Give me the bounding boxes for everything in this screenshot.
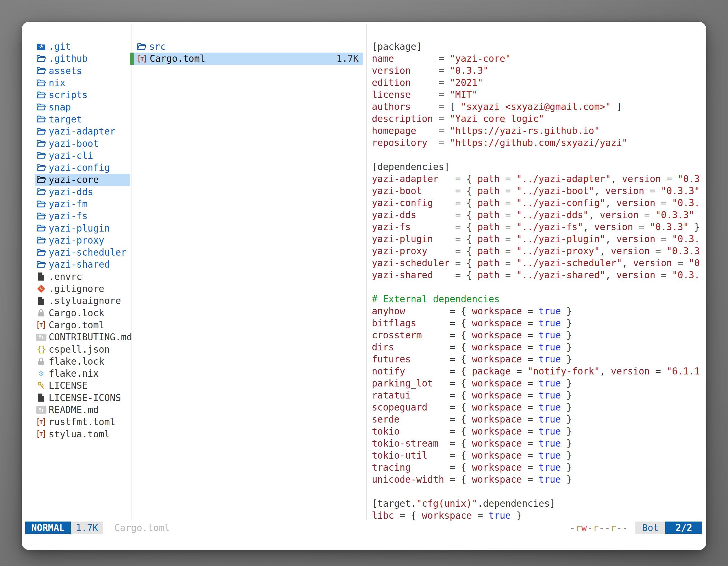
folder-open-icon xyxy=(36,211,46,222)
file-name: cspell.json xyxy=(49,344,110,355)
sidebar-item-yazi-shared[interactable]: yazi-shared xyxy=(35,259,130,271)
file-name: .git xyxy=(49,41,71,52)
file-name: LICENSE xyxy=(49,380,88,391)
toml-code-line: tokio-stream = { workspace = true } xyxy=(372,437,705,449)
sidebar-item-yazi-plugin[interactable]: yazi-plugin xyxy=(35,222,130,234)
sidebar-item-github[interactable]: .github xyxy=(35,53,130,65)
file-name: yazi-config xyxy=(49,162,110,173)
yazi-window: .git.githubassetsnixscriptssnaptargetyaz… xyxy=(22,22,706,550)
file-name: assets xyxy=(49,65,82,76)
file-name: Cargo.toml xyxy=(49,319,104,330)
file-row-src[interactable]: src xyxy=(130,41,363,53)
toml-code-line: anyhow = { workspace = true } xyxy=(372,305,705,317)
sidebar-item-flake-lock[interactable]: flake.lock xyxy=(35,355,130,367)
status-right: -rw-r--r-- Bot 2/2 xyxy=(570,522,702,534)
file-name: README.md xyxy=(49,404,99,415)
folder-open-icon xyxy=(36,78,46,89)
git-folder-icon xyxy=(36,41,46,52)
file-name: .github xyxy=(49,53,88,64)
sidebar-item-rustfmt-toml[interactable]: rustfmt.toml xyxy=(35,416,130,428)
pane-separator-right xyxy=(366,24,367,520)
status-bar: NORMAL 1.7K Cargo.toml -rw-r--r-- Bot 2/… xyxy=(25,522,702,534)
folder-open-icon xyxy=(36,162,46,173)
mode-badge: NORMAL xyxy=(25,522,71,534)
sidebar-item-yazi-adapter[interactable]: yazi-adapter xyxy=(35,125,130,137)
file-row-cargo-toml[interactable]: Cargo.toml1.7K xyxy=(130,53,363,65)
sidebar-item-yazi-boot[interactable]: yazi-boot xyxy=(35,137,130,149)
file-name: LICENSE-ICONS xyxy=(49,392,121,403)
sidebar-item-contributing-md[interactable]: M↓CONTRIBUTING.md xyxy=(35,331,130,343)
scroll-position-badge: Bot xyxy=(635,522,666,534)
key-icon xyxy=(36,380,46,391)
toml-code-line: parking_lot = { workspace = true } xyxy=(372,377,705,389)
snowflake-icon: ❄ xyxy=(36,368,46,379)
sidebar-item-envrc[interactable]: .envrc xyxy=(35,271,130,283)
toml-code-line: edition = "2021" xyxy=(372,77,705,89)
sidebar-item-nix[interactable]: nix xyxy=(35,77,130,89)
folder-open-icon xyxy=(36,259,46,270)
toml-code-line: repository = "https://github.com/sxyazi/… xyxy=(372,137,705,149)
toml-code-line: [target."cfg(unix)".dependencies] xyxy=(372,497,705,509)
sidebar-item-yazi-config[interactable]: yazi-config xyxy=(35,162,130,174)
sidebar-item-flake-nix[interactable]: ❄flake.nix xyxy=(35,367,130,379)
sidebar-item-gitignore[interactable]: .gitignore xyxy=(35,283,130,295)
toml-code-line: yazi-adapter = { path = "../yazi-adapter… xyxy=(372,173,705,185)
toml-code-line: version = "0.3.3" xyxy=(372,65,705,77)
file-name: yazi-cli xyxy=(49,150,93,161)
sidebar-item-snap[interactable]: snap xyxy=(35,101,130,113)
file-name: yazi-plugin xyxy=(49,223,110,234)
sidebar-item-yazi-cli[interactable]: yazi-cli xyxy=(35,150,130,162)
toml-icon xyxy=(36,428,46,440)
toml-code-line: scopeguard = { workspace = true } xyxy=(372,401,705,413)
file-name: CONTRIBUTING.md xyxy=(49,332,132,342)
sidebar-item-yazi-scheduler[interactable]: yazi-scheduler xyxy=(35,247,130,259)
sidebar-item-license-icons[interactable]: LICENSE-ICONS xyxy=(35,392,130,404)
file-name: yazi-scheduler xyxy=(49,247,126,258)
toml-code-line: homepage = "https://yazi-rs.github.io" xyxy=(372,125,705,137)
sidebar-item-cargo-toml[interactable]: Cargo.toml xyxy=(35,319,130,331)
folder-open-icon xyxy=(36,223,46,234)
git-badge-icon xyxy=(36,283,46,294)
sidebar-item-yazi-proxy[interactable]: yazi-proxy xyxy=(35,234,130,247)
sidebar-item-yazi-core[interactable]: yazi-core xyxy=(35,174,130,186)
toml-icon xyxy=(36,416,46,427)
folder-open-icon xyxy=(36,235,46,246)
sidebar-item-target[interactable]: target xyxy=(35,113,130,125)
folder-open-icon xyxy=(36,53,46,64)
sidebar-item-cspell-json[interactable]: {}cspell.json xyxy=(35,343,130,355)
parent-directory-pane: .git.githubassetsnixscriptssnaptargetyaz… xyxy=(35,41,130,440)
toml-code-line: libc = { workspace = true } xyxy=(372,509,705,522)
toml-code-line: yazi-shared = { path = "../yazi-shared",… xyxy=(372,269,705,281)
sidebar-item-yazi-dds[interactable]: yazi-dds xyxy=(35,186,130,198)
toml-icon xyxy=(36,319,46,330)
sidebar-item-readme-md[interactable]: M↓README.md xyxy=(35,404,130,416)
desktop-background: .git.githubassetsnixscriptssnaptargetyaz… xyxy=(0,0,728,566)
toml-code-line: yazi-scheduler = { path = "../yazi-sched… xyxy=(372,257,705,269)
folder-open-icon xyxy=(36,150,46,161)
sidebar-item-yazi-fm[interactable]: yazi-fm xyxy=(35,198,130,210)
sidebar-item-stylua-toml[interactable]: stylua.toml xyxy=(35,428,130,440)
folder-open-icon xyxy=(36,199,46,210)
toml-code-line: yazi-dds = { path = "../yazi-dds", versi… xyxy=(372,209,705,221)
file-name: flake.lock xyxy=(49,356,104,367)
toml-code-line: yazi-boot = { path = "../yazi-boot", ver… xyxy=(372,185,705,197)
toml-code-line: notify = { package = "notify-fork", vers… xyxy=(372,365,705,377)
file-name: nix xyxy=(49,78,65,88)
sidebar-item-scripts[interactable]: scripts xyxy=(35,89,130,101)
file-name: yazi-proxy xyxy=(49,235,104,246)
lock-icon xyxy=(36,356,46,367)
sidebar-item-styluaignore[interactable]: .styluaignore xyxy=(35,295,130,307)
sidebar-item-cargo-lock[interactable]: Cargo.lock xyxy=(35,307,130,319)
sidebar-item-yazi-fs[interactable]: yazi-fs xyxy=(35,210,130,222)
folder-open-icon xyxy=(36,174,46,186)
folder-open-icon xyxy=(36,114,46,125)
sidebar-item-git[interactable]: .git xyxy=(35,41,130,53)
folder-open-icon xyxy=(36,186,46,198)
file-name: .gitignore xyxy=(49,283,104,294)
sidebar-item-assets[interactable]: assets xyxy=(35,65,130,77)
toml-code-line: tokio = { workspace = true } xyxy=(372,425,705,437)
file-name: target xyxy=(49,114,82,125)
sidebar-item-license[interactable]: LICENSE xyxy=(35,379,130,391)
toml-code-line: bitflags = { workspace = true } xyxy=(372,317,705,329)
toml-code-line: yazi-fs = { path = "../yazi-fs", version… xyxy=(372,221,705,233)
